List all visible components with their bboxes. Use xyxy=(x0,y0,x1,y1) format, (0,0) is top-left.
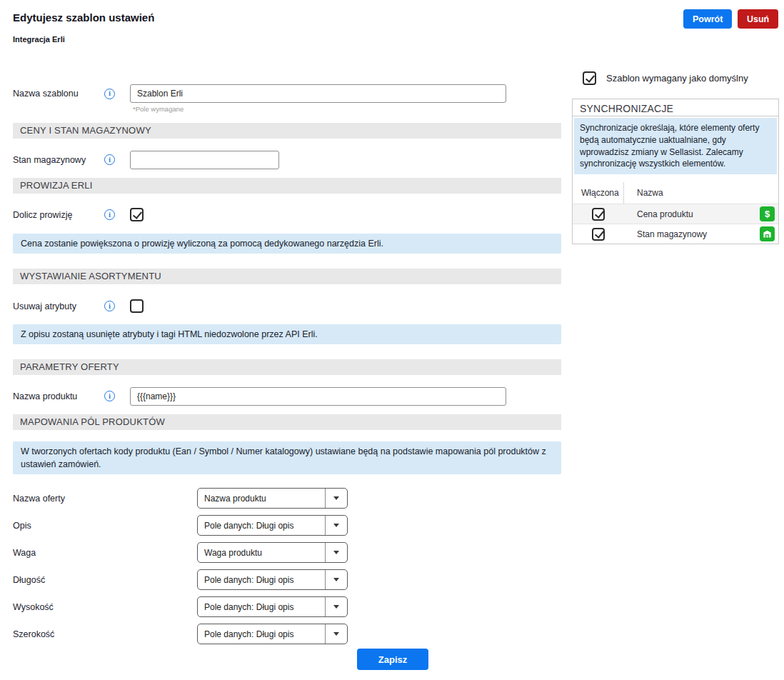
sync-col-enabled: Włączona xyxy=(573,182,624,204)
save-button[interactable]: Zapisz xyxy=(357,649,428,670)
delete-button[interactable]: Usuń xyxy=(738,9,778,29)
select-nazwa-oferty[interactable]: Nazwa produktu xyxy=(197,488,348,509)
product-name-input[interactable] xyxy=(130,387,506,406)
template-name-label: Nazwa szablonu xyxy=(13,89,104,99)
mapping-label: Nazwa oferty xyxy=(13,494,197,504)
mapping-label: Waga xyxy=(13,548,197,558)
page-title: Edytujesz szablon ustawień xyxy=(13,11,154,24)
select-dlugosc[interactable]: Pole danych: Długi opis xyxy=(197,569,348,590)
chevron-down-icon xyxy=(325,489,347,508)
chevron-down-icon xyxy=(325,597,347,616)
mapping-row: Szerokość Pole danych: Długi opis xyxy=(13,624,348,644)
select-waga[interactable]: Waga produktu xyxy=(197,542,348,563)
table-row: Stan magazynowy xyxy=(573,224,778,244)
chevron-down-icon xyxy=(325,516,347,535)
mapping-label: Wysokość xyxy=(13,602,197,612)
mapping-row: Nazwa oferty Nazwa produktu xyxy=(13,488,348,509)
mapping-label: Opis xyxy=(13,521,197,531)
select-value: Waga produktu xyxy=(198,543,325,562)
section-prices-stock: CENY I STAN MAGAZYNOWY xyxy=(13,123,561,139)
stock-input[interactable] xyxy=(130,151,279,169)
template-name-row: Nazwa szablonu i xyxy=(13,84,506,104)
section-listing: WYSTAWIANIE ASORTYMENTU xyxy=(13,269,561,284)
chevron-down-icon xyxy=(325,543,347,562)
attributes-row: Usuwaj atrybuty i xyxy=(13,299,144,314)
mapping-row: Długość Pole danych: Długi opis xyxy=(13,569,348,590)
commission-checkbox[interactable] xyxy=(130,208,144,221)
info-icon[interactable]: i xyxy=(104,89,115,99)
mapping-label: Długość xyxy=(13,575,197,585)
sync-panel: SYNCHRONIZACJE Synchronizacje określają,… xyxy=(572,99,779,244)
sync-panel-description: Synchronizacje określają, które elementy… xyxy=(574,118,777,174)
select-value: Pole danych: Długi opis xyxy=(198,597,325,616)
attributes-label: Usuwaj atrybuty xyxy=(13,301,104,311)
mapping-row: Wysokość Pole danych: Długi opis xyxy=(13,596,348,617)
mapping-info-bar: W tworzonych ofertach kody produktu (Ean… xyxy=(13,441,561,474)
select-wysokosc[interactable]: Pole danych: Długi opis xyxy=(197,596,348,617)
chevron-down-icon xyxy=(325,624,347,644)
select-opis[interactable]: Pole danych: Długi opis xyxy=(197,515,348,536)
info-icon[interactable]: i xyxy=(104,154,115,165)
stock-label: Stan magazynowy xyxy=(13,155,104,165)
select-value: Nazwa produktu xyxy=(198,489,325,508)
warehouse-icon xyxy=(760,226,775,241)
default-template-label: Szablon wymagany jako domyślny xyxy=(606,73,748,84)
breadcrumb: Integracja Erli xyxy=(13,35,65,44)
select-szerokosc[interactable]: Pole danych: Długi opis xyxy=(197,624,348,644)
dollar-icon: $ xyxy=(760,206,775,221)
back-button[interactable]: Powrót xyxy=(683,9,732,29)
sync-table: Włączona Nazwa Cena produktu $ Stan maga… xyxy=(573,182,778,244)
attributes-checkbox[interactable] xyxy=(130,299,144,313)
table-row: Cena produktu $ xyxy=(573,204,778,224)
attributes-info-bar: Z opisu zostaną usunięte atrybuty i tagi… xyxy=(13,324,561,344)
mapping-row: Waga Waga produktu xyxy=(13,542,348,563)
mapping-row: Opis Pole danych: Długi opis xyxy=(13,515,348,536)
section-offer-params: PARAMETRY OFERTY xyxy=(13,359,561,375)
commission-row: Dolicz prowizję i xyxy=(13,207,144,222)
info-icon[interactable]: i xyxy=(104,391,115,401)
stock-row: Stan magazynowy i xyxy=(13,150,279,169)
default-template-checkbox[interactable] xyxy=(583,71,596,85)
required-note: *Pole wymagane xyxy=(133,105,184,113)
select-value: Pole danych: Długi opis xyxy=(198,516,325,535)
product-name-row: Nazwa produktu i xyxy=(13,386,506,406)
select-value: Pole danych: Długi opis xyxy=(198,624,325,644)
sync-price-checkbox[interactable] xyxy=(592,208,605,221)
commission-info-bar: Cena zostanie powiększona o prowizję wyl… xyxy=(13,234,561,254)
template-name-input[interactable] xyxy=(130,84,506,103)
chevron-down-icon xyxy=(325,570,347,589)
section-commission: PROWIZJA ERLI xyxy=(13,178,561,194)
mapping-label: Szerokość xyxy=(13,629,197,639)
sync-row-name: Stan magazynowy xyxy=(637,229,707,239)
default-template-row: Szablon wymagany jako domyślny xyxy=(583,71,748,85)
section-mapping: MAPOWANIA PÓL PRODUKTÓW xyxy=(13,414,561,430)
sync-row-name: Cena produktu xyxy=(637,209,693,219)
info-icon[interactable]: i xyxy=(104,301,115,311)
info-icon[interactable]: i xyxy=(104,209,115,220)
select-value: Pole danych: Długi opis xyxy=(198,570,325,589)
sync-table-header: Włączona Nazwa xyxy=(573,182,778,204)
sync-col-name: Nazwa xyxy=(624,188,778,198)
commission-label: Dolicz prowizję xyxy=(13,210,104,220)
product-name-label: Nazwa produktu xyxy=(13,391,104,401)
sync-panel-title: SYNCHRONIZACJE xyxy=(573,99,778,116)
sync-stock-checkbox[interactable] xyxy=(592,228,605,241)
